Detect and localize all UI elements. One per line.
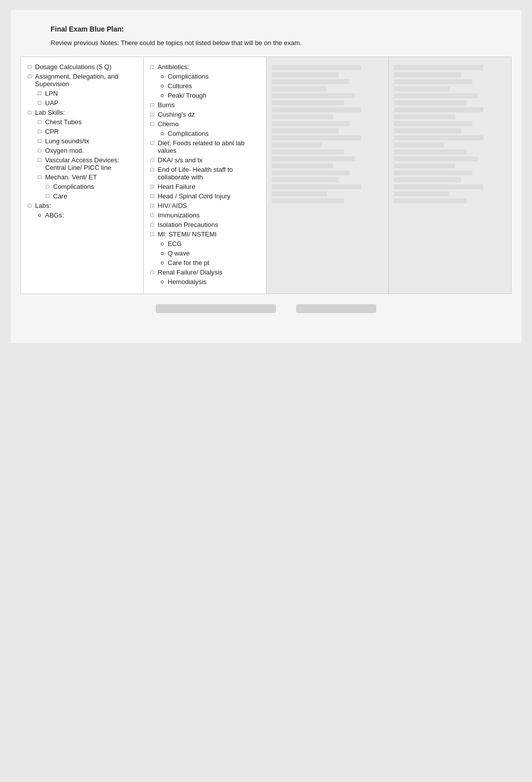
bullet-icon: □ bbox=[149, 64, 156, 70]
item-text: Chest Tubes bbox=[45, 118, 138, 126]
bullet-icon: □ bbox=[149, 221, 156, 227]
item-text: MI: STEMI/ NSTEMI bbox=[158, 230, 261, 238]
item-text: CPR bbox=[45, 128, 138, 135]
bullet-icon: o bbox=[159, 83, 166, 89]
blurred-content bbox=[394, 121, 472, 126]
list-item: □ Cushing's dz bbox=[149, 111, 261, 118]
list-item-indent: o Peak/ Trough bbox=[159, 92, 261, 99]
blurred-content bbox=[394, 100, 466, 105]
bullet-icon: o bbox=[159, 73, 166, 79]
list-item-indent: o Complications bbox=[159, 73, 261, 80]
item-text: Complications bbox=[168, 73, 261, 80]
column-3-blurred bbox=[266, 57, 389, 294]
bullet-icon: □ bbox=[36, 90, 43, 96]
blurred-content bbox=[394, 149, 466, 154]
bullet-icon: □ bbox=[36, 147, 43, 153]
blurred-content bbox=[394, 107, 483, 112]
blurred-content bbox=[394, 170, 472, 175]
bottom-bar-2[interactable] bbox=[296, 304, 376, 313]
blurred-content bbox=[394, 177, 461, 182]
bullet-icon: □ bbox=[149, 157, 156, 163]
blurred-content bbox=[272, 86, 328, 91]
bullet-icon: □ bbox=[36, 174, 43, 180]
blurred-content bbox=[272, 121, 350, 126]
blurred-content bbox=[394, 79, 472, 84]
blurred-content bbox=[272, 198, 344, 203]
item-text: LPN bbox=[45, 90, 138, 97]
blurred-content bbox=[272, 177, 339, 182]
list-item-indent2: □ Care bbox=[44, 192, 138, 200]
item-text: Mechan. Vent/ ET bbox=[45, 173, 138, 181]
blurred-content bbox=[272, 93, 356, 98]
item-text: Hemodialysis bbox=[168, 278, 261, 286]
blurred-content bbox=[272, 163, 333, 168]
list-item: □ Dosage Calculations (5 Q) bbox=[26, 63, 138, 71]
blurred-content bbox=[272, 191, 328, 196]
list-item: □ Isolation Precautions bbox=[149, 221, 261, 228]
list-item: □ DKA/ s/s and tx bbox=[149, 156, 261, 164]
list-item-indent: o Care for the pt bbox=[159, 259, 261, 267]
item-text: Complications bbox=[53, 183, 138, 190]
blurred-content bbox=[394, 86, 450, 91]
bullet-icon: □ bbox=[36, 138, 43, 144]
list-item: □ Labs: bbox=[26, 202, 138, 209]
list-item: □ Head / Spinal Cord Injury bbox=[149, 192, 261, 200]
bullet-icon: o bbox=[36, 212, 43, 218]
bullet-icon: o bbox=[159, 259, 166, 266]
blurred-content bbox=[394, 135, 483, 140]
bullet-icon: □ bbox=[26, 73, 33, 79]
list-item: □ Renal Failure/ Dialysis bbox=[149, 269, 261, 276]
item-text: Care for the pt bbox=[168, 259, 261, 267]
blurred-content bbox=[272, 72, 339, 77]
item-text: Q wave bbox=[168, 249, 261, 257]
bullet-icon: □ bbox=[26, 109, 33, 115]
blurred-content bbox=[272, 107, 361, 112]
list-item-indent: o Cultures bbox=[159, 82, 261, 90]
item-text: HIV/ AIDS bbox=[158, 202, 261, 209]
blurred-content bbox=[394, 191, 450, 196]
item-text: Lab Skills: bbox=[35, 109, 138, 116]
item-text: Diet: Foods related to abnl lab values bbox=[158, 139, 261, 154]
blurred-content bbox=[272, 156, 356, 161]
item-text: Complications bbox=[168, 130, 261, 137]
item-text: Renal Failure/ Dialysis bbox=[158, 269, 261, 276]
item-text: Dosage Calculations (5 Q) bbox=[35, 63, 138, 71]
blurred-content bbox=[394, 93, 478, 98]
item-text: Cultures bbox=[168, 82, 261, 90]
list-item-indent: □ Lung sounds/tx bbox=[36, 137, 138, 145]
blurred-content bbox=[272, 184, 361, 189]
blurred-content bbox=[272, 135, 361, 140]
list-item: □ HIV/ AIDS bbox=[149, 202, 261, 209]
bottom-navigation bbox=[21, 304, 511, 313]
item-text: Heart Failure bbox=[158, 183, 261, 190]
item-text: ABGs: bbox=[45, 211, 138, 219]
blurred-content bbox=[394, 128, 461, 133]
list-item-indent: □ Vascular Access Devices: Central Line/… bbox=[36, 156, 138, 171]
bullet-icon: □ bbox=[149, 202, 156, 208]
bullet-icon: □ bbox=[149, 102, 156, 108]
blurred-content bbox=[394, 198, 466, 203]
bullet-icon: o bbox=[159, 92, 166, 98]
list-item: □ Antibiotics: bbox=[149, 63, 261, 71]
bullet-icon: □ bbox=[149, 193, 156, 199]
item-text: Cushing's dz bbox=[158, 111, 261, 118]
list-item: □ Assignment, Delegation, and Supervisio… bbox=[26, 73, 138, 88]
item-text: Immunizations bbox=[158, 211, 261, 219]
bullet-icon: □ bbox=[149, 140, 156, 146]
bullet-icon: □ bbox=[26, 202, 33, 208]
list-item-indent: □ Oxygen mod. bbox=[36, 147, 138, 154]
item-text: Assignment, Delegation, and Supervision bbox=[35, 73, 138, 88]
list-item-indent: o ECG bbox=[159, 240, 261, 247]
col2-list: □ Antibiotics: o Complications o Culture… bbox=[149, 63, 261, 286]
page-subtitle: Review previous Notes: There could be to… bbox=[51, 39, 511, 47]
list-item-indent: □ LPN bbox=[36, 90, 138, 97]
blurred-content bbox=[394, 142, 444, 147]
bottom-bar-1[interactable] bbox=[156, 304, 276, 313]
bullet-icon: □ bbox=[36, 128, 43, 134]
bullet-icon: □ bbox=[149, 183, 156, 189]
blurred-content bbox=[394, 114, 455, 119]
list-item: □ Chemo bbox=[149, 120, 261, 128]
list-item: □ End of Life- Health staff to collabora… bbox=[149, 166, 261, 181]
item-text: Chemo bbox=[158, 120, 261, 128]
bullet-icon: o bbox=[159, 240, 166, 246]
